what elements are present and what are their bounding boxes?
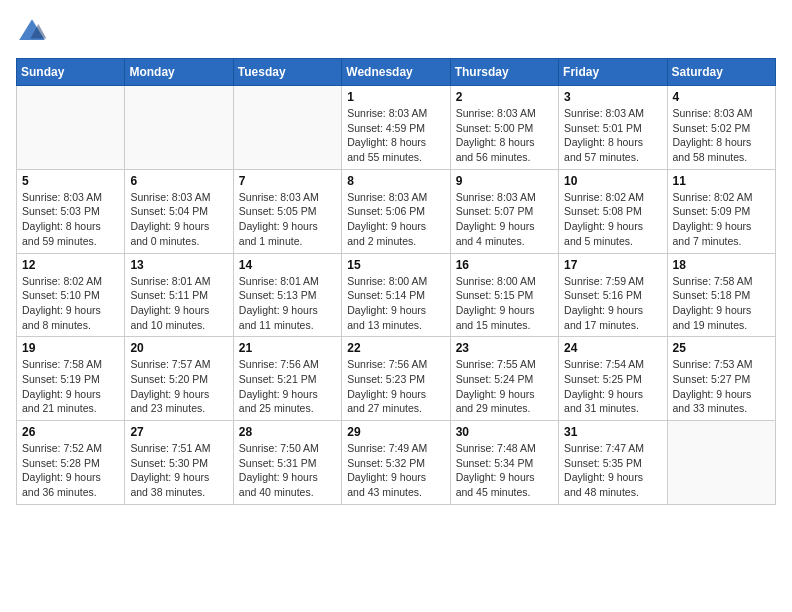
day-info: Sunrise: 8:00 AM Sunset: 5:15 PM Dayligh… [456, 274, 553, 333]
calendar-cell: 28Sunrise: 7:50 AM Sunset: 5:31 PM Dayli… [233, 421, 341, 505]
calendar-cell: 25Sunrise: 7:53 AM Sunset: 5:27 PM Dayli… [667, 337, 775, 421]
day-info: Sunrise: 7:59 AM Sunset: 5:16 PM Dayligh… [564, 274, 661, 333]
calendar-cell: 22Sunrise: 7:56 AM Sunset: 5:23 PM Dayli… [342, 337, 450, 421]
day-number: 27 [130, 425, 227, 439]
day-info: Sunrise: 8:02 AM Sunset: 5:09 PM Dayligh… [673, 190, 770, 249]
day-info: Sunrise: 7:53 AM Sunset: 5:27 PM Dayligh… [673, 357, 770, 416]
day-info: Sunrise: 7:47 AM Sunset: 5:35 PM Dayligh… [564, 441, 661, 500]
calendar-cell: 1Sunrise: 8:03 AM Sunset: 4:59 PM Daylig… [342, 86, 450, 170]
calendar-cell: 30Sunrise: 7:48 AM Sunset: 5:34 PM Dayli… [450, 421, 558, 505]
weekday-header-tuesday: Tuesday [233, 59, 341, 86]
day-info: Sunrise: 7:56 AM Sunset: 5:21 PM Dayligh… [239, 357, 336, 416]
day-info: Sunrise: 8:03 AM Sunset: 5:02 PM Dayligh… [673, 106, 770, 165]
day-number: 29 [347, 425, 444, 439]
weekday-header-saturday: Saturday [667, 59, 775, 86]
calendar-cell: 5Sunrise: 8:03 AM Sunset: 5:03 PM Daylig… [17, 169, 125, 253]
day-number: 17 [564, 258, 661, 272]
day-info: Sunrise: 7:58 AM Sunset: 5:19 PM Dayligh… [22, 357, 119, 416]
day-info: Sunrise: 8:01 AM Sunset: 5:13 PM Dayligh… [239, 274, 336, 333]
calendar-cell: 23Sunrise: 7:55 AM Sunset: 5:24 PM Dayli… [450, 337, 558, 421]
day-number: 4 [673, 90, 770, 104]
day-number: 15 [347, 258, 444, 272]
calendar-cell: 13Sunrise: 8:01 AM Sunset: 5:11 PM Dayli… [125, 253, 233, 337]
day-number: 16 [456, 258, 553, 272]
day-info: Sunrise: 7:49 AM Sunset: 5:32 PM Dayligh… [347, 441, 444, 500]
day-number: 9 [456, 174, 553, 188]
calendar-week-row: 19Sunrise: 7:58 AM Sunset: 5:19 PM Dayli… [17, 337, 776, 421]
calendar-cell: 11Sunrise: 8:02 AM Sunset: 5:09 PM Dayli… [667, 169, 775, 253]
calendar-week-row: 12Sunrise: 8:02 AM Sunset: 5:10 PM Dayli… [17, 253, 776, 337]
weekday-header-monday: Monday [125, 59, 233, 86]
day-number: 2 [456, 90, 553, 104]
day-number: 28 [239, 425, 336, 439]
day-number: 1 [347, 90, 444, 104]
calendar-cell: 14Sunrise: 8:01 AM Sunset: 5:13 PM Dayli… [233, 253, 341, 337]
day-number: 10 [564, 174, 661, 188]
day-number: 22 [347, 341, 444, 355]
calendar-cell: 17Sunrise: 7:59 AM Sunset: 5:16 PM Dayli… [559, 253, 667, 337]
day-number: 11 [673, 174, 770, 188]
calendar-cell [667, 421, 775, 505]
calendar-cell: 7Sunrise: 8:03 AM Sunset: 5:05 PM Daylig… [233, 169, 341, 253]
day-number: 23 [456, 341, 553, 355]
day-number: 12 [22, 258, 119, 272]
day-number: 5 [22, 174, 119, 188]
day-info: Sunrise: 7:58 AM Sunset: 5:18 PM Dayligh… [673, 274, 770, 333]
calendar-cell: 12Sunrise: 8:02 AM Sunset: 5:10 PM Dayli… [17, 253, 125, 337]
day-number: 31 [564, 425, 661, 439]
day-number: 20 [130, 341, 227, 355]
day-number: 19 [22, 341, 119, 355]
calendar-table: SundayMondayTuesdayWednesdayThursdayFrid… [16, 58, 776, 505]
calendar-cell: 31Sunrise: 7:47 AM Sunset: 5:35 PM Dayli… [559, 421, 667, 505]
day-number: 21 [239, 341, 336, 355]
day-number: 8 [347, 174, 444, 188]
day-info: Sunrise: 7:56 AM Sunset: 5:23 PM Dayligh… [347, 357, 444, 416]
weekday-header-sunday: Sunday [17, 59, 125, 86]
calendar-week-row: 5Sunrise: 8:03 AM Sunset: 5:03 PM Daylig… [17, 169, 776, 253]
day-number: 6 [130, 174, 227, 188]
day-number: 7 [239, 174, 336, 188]
day-info: Sunrise: 8:03 AM Sunset: 5:01 PM Dayligh… [564, 106, 661, 165]
day-info: Sunrise: 8:03 AM Sunset: 4:59 PM Dayligh… [347, 106, 444, 165]
calendar-cell: 27Sunrise: 7:51 AM Sunset: 5:30 PM Dayli… [125, 421, 233, 505]
day-info: Sunrise: 8:01 AM Sunset: 5:11 PM Dayligh… [130, 274, 227, 333]
calendar-cell [17, 86, 125, 170]
day-info: Sunrise: 8:03 AM Sunset: 5:05 PM Dayligh… [239, 190, 336, 249]
day-number: 18 [673, 258, 770, 272]
calendar-cell [233, 86, 341, 170]
calendar-cell: 16Sunrise: 8:00 AM Sunset: 5:15 PM Dayli… [450, 253, 558, 337]
calendar-cell: 8Sunrise: 8:03 AM Sunset: 5:06 PM Daylig… [342, 169, 450, 253]
calendar-cell: 18Sunrise: 7:58 AM Sunset: 5:18 PM Dayli… [667, 253, 775, 337]
day-info: Sunrise: 7:54 AM Sunset: 5:25 PM Dayligh… [564, 357, 661, 416]
day-info: Sunrise: 7:55 AM Sunset: 5:24 PM Dayligh… [456, 357, 553, 416]
calendar-header: SundayMondayTuesdayWednesdayThursdayFrid… [17, 59, 776, 86]
day-number: 14 [239, 258, 336, 272]
weekday-header-wednesday: Wednesday [342, 59, 450, 86]
calendar-cell: 29Sunrise: 7:49 AM Sunset: 5:32 PM Dayli… [342, 421, 450, 505]
day-info: Sunrise: 7:52 AM Sunset: 5:28 PM Dayligh… [22, 441, 119, 500]
day-number: 3 [564, 90, 661, 104]
calendar-cell: 26Sunrise: 7:52 AM Sunset: 5:28 PM Dayli… [17, 421, 125, 505]
day-number: 13 [130, 258, 227, 272]
day-info: Sunrise: 8:00 AM Sunset: 5:14 PM Dayligh… [347, 274, 444, 333]
page-header [16, 16, 776, 48]
day-number: 24 [564, 341, 661, 355]
day-info: Sunrise: 8:03 AM Sunset: 5:04 PM Dayligh… [130, 190, 227, 249]
day-info: Sunrise: 8:03 AM Sunset: 5:03 PM Dayligh… [22, 190, 119, 249]
day-info: Sunrise: 7:51 AM Sunset: 5:30 PM Dayligh… [130, 441, 227, 500]
calendar-week-row: 26Sunrise: 7:52 AM Sunset: 5:28 PM Dayli… [17, 421, 776, 505]
day-info: Sunrise: 8:03 AM Sunset: 5:07 PM Dayligh… [456, 190, 553, 249]
day-info: Sunrise: 7:48 AM Sunset: 5:34 PM Dayligh… [456, 441, 553, 500]
calendar-cell: 15Sunrise: 8:00 AM Sunset: 5:14 PM Dayli… [342, 253, 450, 337]
calendar-week-row: 1Sunrise: 8:03 AM Sunset: 4:59 PM Daylig… [17, 86, 776, 170]
calendar-cell [125, 86, 233, 170]
logo [16, 16, 52, 48]
weekday-header-friday: Friday [559, 59, 667, 86]
calendar-cell: 21Sunrise: 7:56 AM Sunset: 5:21 PM Dayli… [233, 337, 341, 421]
calendar-cell: 3Sunrise: 8:03 AM Sunset: 5:01 PM Daylig… [559, 86, 667, 170]
logo-icon [16, 16, 48, 48]
calendar-cell: 24Sunrise: 7:54 AM Sunset: 5:25 PM Dayli… [559, 337, 667, 421]
calendar-cell: 9Sunrise: 8:03 AM Sunset: 5:07 PM Daylig… [450, 169, 558, 253]
day-info: Sunrise: 8:02 AM Sunset: 5:10 PM Dayligh… [22, 274, 119, 333]
day-number: 30 [456, 425, 553, 439]
